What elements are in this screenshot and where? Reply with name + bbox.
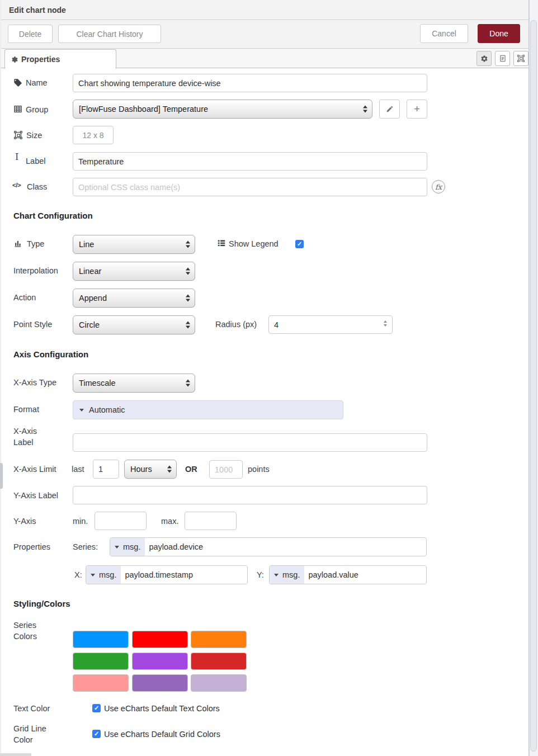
series-value[interactable]: payload.device <box>145 538 207 556</box>
series-color-swatch-8[interactable] <box>132 674 188 692</box>
show-legend-label: Show Legend <box>229 238 279 249</box>
grid-color-default-checkbox[interactable] <box>92 730 101 738</box>
show-legend-checkbox[interactable] <box>295 240 304 248</box>
series-color-swatch-4[interactable] <box>73 653 129 670</box>
group-select-value: [FlowFuse Dashboard] Temperature <box>79 105 208 114</box>
gear-icon <box>480 55 488 63</box>
x-axis-type-select-value: Timescale <box>79 379 116 388</box>
label-input[interactable] <box>73 152 427 171</box>
radius-input[interactable] <box>268 315 393 334</box>
size-label: Size <box>26 130 42 141</box>
properties-label: Properties <box>13 541 50 552</box>
x-axis-label-input[interactable] <box>73 433 427 452</box>
x-axis-limit-value-input[interactable] <box>93 460 119 479</box>
x-axis-limit-label: X-Axis Limit <box>13 464 56 475</box>
cancel-button[interactable]: Cancel <box>420 24 468 43</box>
class-label: Class <box>27 181 47 192</box>
interpolation-label: Interpolation <box>13 265 58 276</box>
series-color-swatch-3[interactable] <box>191 631 247 648</box>
x-typed-input[interactable]: msg. payload.timestamp <box>86 565 248 584</box>
y-axis-max-label: max. <box>161 516 178 527</box>
gear-icon <box>11 56 18 63</box>
size-value-button[interactable]: 12 x 8 <box>73 126 114 144</box>
group-select[interactable]: [FlowFuse Dashboard] Temperature <box>73 100 372 119</box>
object-group-icon <box>517 54 525 63</box>
axis-configuration-heading: Axis Configuration <box>13 349 88 359</box>
select-arrows-icon <box>186 295 190 302</box>
series-typed-input[interactable]: msg. payload.device <box>110 537 427 556</box>
class-input[interactable] <box>73 178 427 196</box>
format-label: Format <box>13 404 39 415</box>
interpolation-select-value: Linear <box>79 267 101 276</box>
description-tab-button[interactable] <box>495 51 510 66</box>
scrollbar-thumb[interactable] <box>530 20 537 752</box>
series-type-selector[interactable]: msg. <box>110 538 145 556</box>
caret-down-icon <box>274 574 279 577</box>
y-property-label: Y: <box>257 569 264 580</box>
group-label: Group <box>26 104 48 115</box>
x-axis-label-label: X-Axis Label <box>13 426 37 448</box>
tray-drag-handle[interactable] <box>0 463 3 489</box>
x-value[interactable]: payload.timestamp <box>121 566 197 584</box>
tab-properties[interactable]: Properties <box>4 49 116 69</box>
action-label: Action <box>13 292 36 303</box>
x-axis-limit-unit-select[interactable]: Hours <box>124 460 177 479</box>
y-type-selector[interactable]: msg. <box>270 566 304 584</box>
clear-chart-history-button[interactable]: Clear Chart History <box>58 25 161 43</box>
point-style-label: Point Style <box>13 319 52 330</box>
x-axis-limit-points-input[interactable] <box>209 460 243 479</box>
caret-down-icon <box>79 409 84 412</box>
x-axis-limit-unit-value: Hours <box>130 465 152 474</box>
text-color-label: Text Color <box>13 703 50 714</box>
done-button[interactable]: Done <box>478 24 520 43</box>
x-axis-type-select[interactable]: Timescale <box>73 374 195 393</box>
legend-list-icon <box>217 239 226 247</box>
y-axis-label-input[interactable] <box>73 486 427 504</box>
format-dropdown-value: Automatic <box>89 405 125 414</box>
select-arrows-icon <box>363 106 367 113</box>
y-value[interactable]: payload.value <box>304 566 362 584</box>
radius-stepper[interactable] <box>384 320 387 327</box>
delete-button[interactable]: Delete <box>8 25 53 43</box>
series-color-swatch-2[interactable] <box>132 631 188 648</box>
grid-color-option-label: Use eCharts Default Grid Colors <box>104 729 220 740</box>
pencil-icon <box>386 105 394 113</box>
plus-icon: + <box>414 103 420 115</box>
series-color-swatch-6[interactable] <box>191 653 247 670</box>
series-color-swatch-7[interactable] <box>73 674 129 692</box>
y-axis-min-input[interactable] <box>95 512 147 530</box>
y-axis-max-input[interactable] <box>185 512 237 530</box>
x-axis-limit-last-text: last <box>72 464 84 475</box>
select-arrows-icon <box>186 268 190 275</box>
point-style-select[interactable]: Circle <box>73 315 195 334</box>
edit-group-button[interactable] <box>379 100 400 119</box>
properties-tab-button[interactable] <box>476 51 492 66</box>
type-label: Type <box>27 238 44 249</box>
y-typed-input[interactable]: msg. payload.value <box>269 565 427 584</box>
radius-label: Radius (px) <box>215 319 257 330</box>
type-select[interactable]: Line <box>73 235 195 254</box>
tag-icon <box>13 78 22 87</box>
text-color-option-label: Use eCharts Default Text Colors <box>104 703 220 714</box>
point-style-select-value: Circle <box>79 320 100 329</box>
action-select[interactable]: Append <box>73 289 195 308</box>
format-dropdown[interactable]: Automatic <box>73 400 343 419</box>
series-color-swatch-9[interactable] <box>191 674 247 692</box>
x-axis-limit-or-text: OR <box>185 464 197 475</box>
add-group-button[interactable]: + <box>407 100 427 119</box>
tray-left-edge <box>0 0 1 756</box>
size-icon <box>13 130 23 140</box>
y-axis-label: Y-Axis <box>13 516 36 527</box>
table-icon <box>13 105 22 114</box>
x-type-selector[interactable]: msg. <box>86 566 121 584</box>
text-color-default-checkbox[interactable] <box>92 704 101 712</box>
interpolation-select[interactable]: Linear <box>73 262 195 281</box>
series-color-swatch-5[interactable] <box>132 653 188 670</box>
caret-down-icon <box>115 546 119 549</box>
name-input[interactable] <box>73 74 427 92</box>
series-color-swatch-1[interactable] <box>73 631 129 648</box>
select-arrows-icon <box>167 466 172 473</box>
action-select-value: Append <box>79 294 107 303</box>
document-icon <box>499 54 507 63</box>
appearance-tab-button[interactable] <box>513 51 528 66</box>
